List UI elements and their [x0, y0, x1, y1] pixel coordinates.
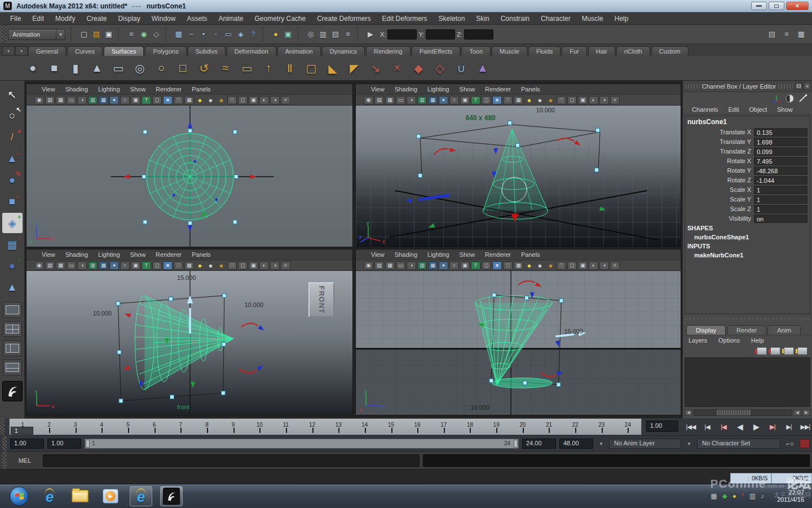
gamma-icon[interactable]: ◑ — [270, 96, 280, 104]
nurbs-plane-shelf-icon[interactable]: ▭ — [108, 58, 129, 78]
current-time-field[interactable]: 1.00 — [646, 421, 678, 432]
attribute-label[interactable]: Rotate Y — [687, 167, 754, 174]
viewport-side[interactable]: ViewShadingLightingShowRendererPanels ◉▤… — [355, 249, 681, 415]
viewport-menu-item[interactable]: Renderer — [151, 251, 187, 258]
x-input[interactable] — [387, 29, 417, 40]
checker-icon[interactable]: ▦ — [514, 96, 523, 104]
camera-attributes-icon[interactable]: ▤ — [45, 96, 55, 104]
nurbs-cone-shelf-icon[interactable]: ▲ — [87, 58, 107, 78]
shelf-tab[interactable]: Rendering — [366, 46, 411, 56]
viewport-menu-item[interactable]: Renderer — [480, 86, 516, 93]
menu-item[interactable]: Modify — [50, 12, 81, 25]
snap-view-plane-icon[interactable]: ▭ — [222, 28, 235, 41]
timeline-frame[interactable]: 21 — [536, 419, 562, 427]
timeline-frame[interactable]: 19 — [483, 419, 510, 427]
restore-button[interactable] — [769, 2, 784, 10]
input-selection-icon[interactable]: ▶ — [364, 28, 377, 41]
camera-attributes-icon[interactable]: ▤ — [45, 261, 55, 270]
shelf-menu-toggle[interactable]: ▾ — [15, 46, 28, 55]
gamma-icon[interactable]: ◑ — [599, 96, 609, 104]
network-monitor-widget[interactable]: ↓ 0KB/S ↑ 0KB/S — [730, 473, 812, 484]
attribute-label[interactable]: Translate Z — [687, 148, 754, 155]
timeline-frame[interactable]: 6 — [141, 419, 167, 427]
safe-action-icon[interactable]: ▣ — [460, 96, 470, 104]
share-view-icon[interactable]: < — [610, 261, 620, 270]
viewport-menu-item[interactable]: View — [37, 251, 60, 258]
xray-icon[interactable]: ◻ — [238, 96, 248, 104]
menu-item[interactable]: Skin — [470, 12, 495, 25]
viewport-menu-item[interactable]: Panels — [187, 86, 216, 93]
volume-tray-icon[interactable]: ♪ — [761, 492, 764, 500]
select-object-icon[interactable]: ◉ — [138, 28, 150, 41]
shelf-tab[interactable]: Fluids — [528, 46, 561, 56]
field-chart-icon[interactable]: ○ — [449, 261, 459, 270]
two-sided-lighting-icon[interactable]: ◑ — [407, 96, 416, 104]
viewport-menu-item[interactable]: View — [366, 86, 390, 93]
safe-title-icon[interactable]: T — [142, 96, 151, 104]
menu-item[interactable]: Create Deformers — [311, 12, 376, 25]
menu-item[interactable]: Edit — [27, 12, 50, 25]
xray-icon[interactable]: ◻ — [567, 96, 577, 104]
snap-projected-center-icon[interactable]: ◦ — [210, 28, 222, 41]
group-separator[interactable] — [297, 27, 302, 42]
shaded-mode-icon[interactable]: ■ — [163, 96, 173, 104]
layer-menu-item[interactable]: Options — [713, 337, 745, 344]
attribute-value-field[interactable]: 1 — [754, 205, 807, 213]
rotate-tool[interactable]: ● ↻ — [2, 170, 23, 190]
all-lights-icon[interactable]: ● — [546, 261, 555, 270]
panel-float-icon[interactable] — [795, 82, 802, 90]
default-lighting-icon[interactable]: ● — [524, 96, 534, 104]
gate-mask-icon[interactable]: ● — [109, 261, 119, 270]
universal-manipulator-tool[interactable]: ◈ + — [2, 213, 23, 233]
last-tool-nurbs-cone[interactable]: ▲ — [2, 277, 23, 297]
field-chart-icon[interactable]: ○ — [120, 261, 130, 270]
taskbar-internet-explorer-window[interactable]: e — [130, 486, 152, 506]
default-lighting-icon[interactable]: ● — [195, 261, 205, 270]
menu-item[interactable]: Geometry Cache — [249, 12, 312, 25]
animation-start-field[interactable]: 1.00 — [10, 439, 44, 449]
layer-list-empty[interactable] — [685, 357, 810, 407]
image-plane-icon[interactable]: ▭ — [67, 96, 76, 104]
open-scene-icon[interactable]: ▤ — [90, 28, 103, 41]
network-tray-icon[interactable]: ▥ — [749, 492, 756, 500]
show-channel-box-icon[interactable]: ▤ — [766, 28, 778, 41]
anim-layer-dropdown[interactable]: No Anim Layer — [609, 439, 681, 449]
all-lights-icon[interactable]: ● — [217, 261, 226, 270]
snap-point-icon[interactable]: • — [197, 28, 210, 41]
taskbar-clock[interactable]: 22:07 2011/4/16 — [769, 489, 809, 503]
snap-help-icon[interactable]: ? — [247, 28, 259, 41]
construction-history-icon[interactable]: ◎ — [304, 28, 317, 41]
group-separator[interactable] — [262, 27, 267, 42]
front-view-canvas[interactable]: 15.000 10.000 10.000 front FRONT y x — [27, 271, 352, 415]
shelf-tab[interactable]: Curves — [67, 46, 103, 56]
shelf-tab[interactable]: Hair — [588, 46, 615, 56]
viewport-menu-item[interactable]: View — [366, 251, 390, 258]
menu-item[interactable]: Character — [535, 12, 576, 25]
exposure-icon[interactable]: ◐ — [259, 261, 269, 270]
timeline-frame[interactable]: 23 — [588, 419, 615, 427]
layout-single-pane-button[interactable] — [3, 302, 22, 318]
xray-joints-icon[interactable]: ▣ — [249, 96, 258, 104]
wireframe-mode-icon[interactable]: ◻ — [482, 261, 491, 270]
y-input[interactable] — [426, 29, 455, 40]
nurbs-cube-shelf-icon[interactable]: ■ — [44, 58, 64, 78]
field-chart-icon[interactable]: ○ — [120, 96, 130, 104]
attribute-label[interactable]: Scale X — [687, 186, 754, 193]
timeline-frame[interactable]: 14 — [352, 419, 378, 427]
flat-lighting-icon[interactable]: ● — [535, 96, 545, 104]
layout-outliner-persp-button[interactable] — [3, 340, 22, 356]
loft-shelf-icon[interactable]: ≈ — [215, 58, 236, 78]
sculpt-geometry-shelf-icon[interactable]: ▲ — [473, 58, 493, 78]
persp-view-canvas[interactable]: 640 x 480 10.000 y x z — [356, 106, 681, 247]
image-plane-icon[interactable]: ▭ — [396, 96, 405, 104]
viewport-menu-item[interactable]: Shading — [390, 251, 422, 258]
set-key-icon[interactable]: ⌐○ — [784, 440, 796, 447]
mel-label[interactable]: MEL — [10, 457, 39, 464]
resolution-gate-icon[interactable]: ▦ — [428, 261, 438, 270]
shelf-tab[interactable]: Dynamics — [322, 46, 365, 56]
step-back-key-button[interactable]: |◀ — [717, 421, 730, 432]
viewport-top[interactable]: ViewShadingLightingShowRendererPanels ◉▤… — [26, 84, 353, 247]
checker-icon[interactable]: ▦ — [184, 261, 194, 270]
birail-shelf-icon[interactable]: Ⅱ — [280, 58, 300, 78]
create-render-layer-icon[interactable] — [784, 347, 794, 355]
